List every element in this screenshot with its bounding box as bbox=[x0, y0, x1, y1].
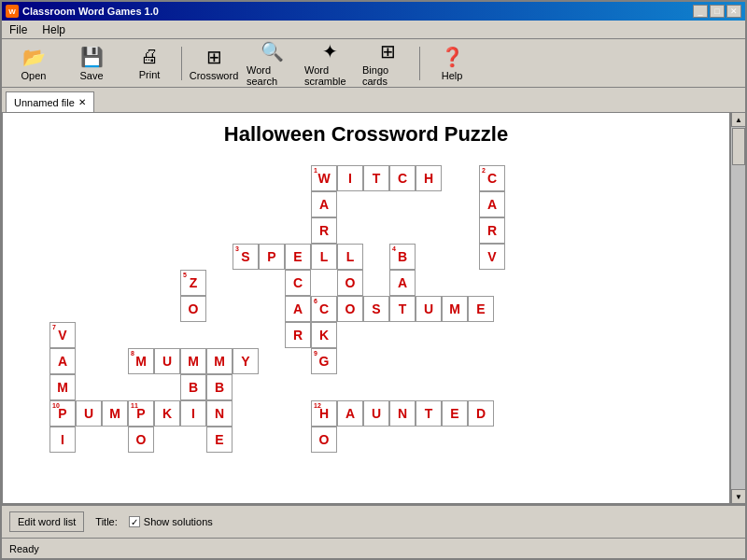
menu-help[interactable]: Help bbox=[38, 23, 69, 36]
toolbar: 📂 Open 💾 Save 🖨 Print ⊞ Crossword 🔍 Word… bbox=[2, 39, 745, 88]
cell-a4: A bbox=[389, 270, 416, 296]
word-scramble-icon: ✦ bbox=[322, 40, 338, 63]
cell-n10: N bbox=[206, 400, 233, 427]
crossword-label: Crossword bbox=[190, 70, 239, 81]
cell-l3b: L bbox=[337, 244, 363, 270]
cell-t6: T bbox=[389, 296, 416, 322]
cell-s3: 3S bbox=[233, 244, 259, 270]
crossword-icon: ⊞ bbox=[206, 46, 222, 68]
separator-1 bbox=[181, 47, 182, 80]
save-button[interactable]: 💾 Save bbox=[63, 42, 120, 85]
cell-e-bot: E bbox=[206, 427, 233, 453]
cell-s6: S bbox=[363, 296, 389, 322]
app-icon: W bbox=[6, 5, 19, 18]
cell-v2: V bbox=[479, 244, 505, 270]
scrollbar: ▲ ▼ bbox=[730, 112, 745, 504]
print-icon: 🖨 bbox=[140, 46, 159, 67]
maximize-button[interactable]: □ bbox=[710, 5, 725, 18]
cell-t1: T bbox=[363, 165, 389, 191]
title-bar: W Classroom Word Games 1.0 _ □ ✕ bbox=[2, 2, 745, 21]
cell-e12: E bbox=[442, 400, 468, 427]
word-search-label: Word search bbox=[247, 64, 297, 87]
cell-e3: E bbox=[285, 244, 311, 270]
close-button[interactable]: ✕ bbox=[726, 5, 741, 18]
show-solutions-checkbox[interactable]: ✓ bbox=[129, 516, 140, 527]
cell-o5: O bbox=[180, 296, 206, 322]
word-search-icon: 🔍 bbox=[261, 40, 284, 63]
minimize-button[interactable]: _ bbox=[693, 5, 708, 18]
cell-h12: 12H bbox=[311, 400, 337, 427]
cell-r-scar: R bbox=[285, 322, 311, 348]
cell-m6: M bbox=[442, 296, 468, 322]
bingo-cards-button[interactable]: ⊞ Bingo cards bbox=[359, 42, 416, 85]
cell-k6: K bbox=[311, 322, 337, 348]
cell-a2: A bbox=[479, 191, 505, 217]
cell-a7: A bbox=[49, 348, 76, 374]
cell-w1: 1W bbox=[311, 165, 337, 191]
cell-a12: A bbox=[337, 400, 363, 427]
puzzle-content: Halloween Crossword Puzzle 1W I T C H bbox=[3, 113, 729, 503]
cell-c-spell: C bbox=[285, 270, 311, 296]
cell-v7: 7V bbox=[49, 322, 76, 348]
cell-b4: 4B bbox=[389, 244, 416, 270]
cell-u8: U bbox=[154, 348, 180, 374]
word-scramble-button[interactable]: ✦ Word scramble bbox=[302, 42, 358, 85]
status-text: Ready bbox=[9, 543, 39, 554]
window-title: Classroom Word Games 1.0 bbox=[22, 6, 159, 17]
check-icon: ✓ bbox=[131, 517, 138, 527]
scroll-thumb[interactable] bbox=[732, 128, 745, 165]
main-area: Halloween Crossword Puzzle 1W I T C H bbox=[2, 112, 745, 504]
cell-b5: B bbox=[180, 374, 206, 400]
cell-d12: D bbox=[468, 400, 494, 427]
crossword-button[interactable]: ⊞ Crossword bbox=[186, 42, 242, 85]
menu-file[interactable]: File bbox=[6, 23, 31, 36]
menu-bar: File Help bbox=[2, 21, 745, 39]
cell-h1: H bbox=[416, 165, 442, 191]
cell-y8: Y bbox=[233, 348, 259, 374]
save-label: Save bbox=[79, 70, 103, 81]
scroll-down-button[interactable]: ▼ bbox=[731, 489, 745, 504]
open-label: Open bbox=[21, 70, 47, 81]
cell-u6: U bbox=[416, 296, 442, 322]
cell-p10: 10P bbox=[49, 400, 76, 427]
cell-l3a: L bbox=[311, 244, 337, 270]
separator-2 bbox=[419, 47, 420, 80]
tab-unnamed-file[interactable]: Unnamed file ✕ bbox=[6, 91, 94, 112]
cell-a-w: A bbox=[311, 191, 337, 217]
cell-c6: 6C bbox=[311, 296, 337, 322]
cell-g9: 9G bbox=[311, 348, 337, 374]
scroll-up-button[interactable]: ▲ bbox=[731, 112, 745, 127]
cell-m8: 8M bbox=[128, 348, 154, 374]
tab-close-icon[interactable]: ✕ bbox=[78, 97, 86, 107]
cell-o6: O bbox=[337, 296, 363, 322]
cell-e6: E bbox=[468, 296, 494, 322]
cell-r-w: R bbox=[311, 217, 337, 244]
bingo-icon: ⊞ bbox=[380, 40, 396, 63]
word-search-button[interactable]: 🔍 Word search bbox=[244, 42, 300, 85]
title-label: Title: bbox=[95, 516, 117, 527]
word-scramble-label: Word scramble bbox=[304, 64, 355, 87]
puzzle-title: Halloween Crossword Puzzle bbox=[21, 122, 711, 147]
print-label: Print bbox=[139, 69, 161, 80]
save-icon: 💾 bbox=[80, 46, 104, 68]
print-button[interactable]: 🖨 Print bbox=[121, 42, 177, 85]
cell-m8c: M bbox=[206, 348, 233, 374]
scroll-track bbox=[731, 127, 745, 489]
window-controls: _ □ ✕ bbox=[693, 5, 741, 18]
cell-o-spell: O bbox=[337, 270, 363, 296]
show-solutions-area: ✓ Show solutions bbox=[129, 516, 213, 527]
open-icon: 📂 bbox=[22, 46, 46, 68]
cell-m8b: M bbox=[180, 348, 206, 374]
cell-m10: M bbox=[102, 400, 128, 427]
cell-c1: C bbox=[389, 165, 416, 191]
edit-word-list-button[interactable]: Edit word list bbox=[9, 511, 84, 532]
cell-m7: M bbox=[49, 374, 76, 400]
cell-a-scar: A bbox=[285, 296, 311, 322]
cell-t12: T bbox=[416, 400, 442, 427]
content-panel: Halloween Crossword Puzzle 1W I T C H bbox=[2, 112, 730, 504]
cell-z5: 5Z bbox=[180, 270, 206, 296]
open-button[interactable]: 📂 Open bbox=[6, 42, 62, 85]
help-button[interactable]: ❓ Help bbox=[424, 42, 480, 85]
crossword-grid: 1W I T C H 2C A R V bbox=[21, 165, 711, 501]
tab-label: Unnamed file bbox=[14, 97, 75, 108]
